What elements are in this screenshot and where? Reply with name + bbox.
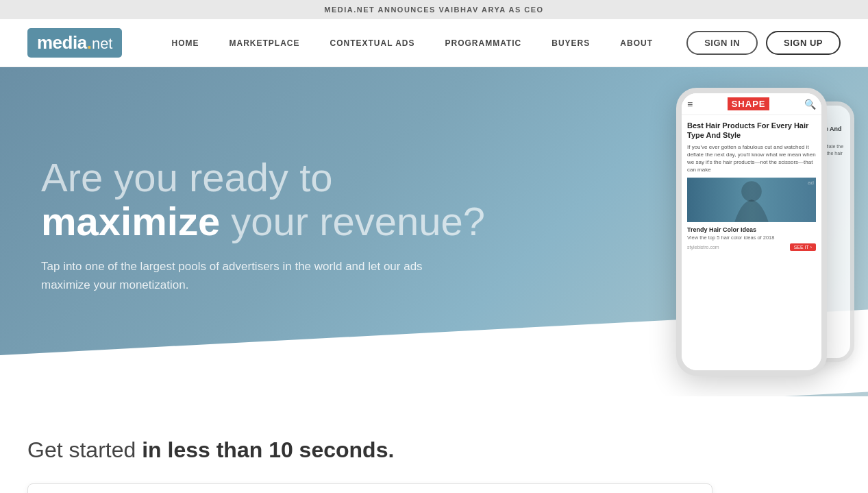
- get-started-title: Get started in less than 10 seconds.: [27, 437, 841, 463]
- phone-article-text: If you've ever gotten a fabulous cut and…: [687, 143, 816, 174]
- signin-button[interactable]: SIGN IN: [686, 31, 758, 55]
- phone-ad-cta-button[interactable]: SEE IT ›: [790, 243, 816, 251]
- ad-image-svg: [687, 178, 816, 222]
- shape-logo-front: SHAPE: [728, 97, 770, 110]
- logo-media: media: [37, 32, 87, 53]
- nav-item-marketplace[interactable]: MARKETPLACE: [214, 38, 314, 48]
- header: media.net HOME MARKETPLACE CONTEXTUAL AD…: [0, 19, 868, 67]
- logo[interactable]: media.net: [27, 28, 122, 58]
- phone-ad-row: stylebistro.com SEE IT ›: [687, 243, 816, 251]
- hero-mockup: SHAPE Best Hair Products For Every Hair …: [539, 81, 868, 396]
- phone-search-icon: 🔍: [804, 99, 816, 110]
- nav-item-contextual-ads[interactable]: CONTEXTUAL ADS: [314, 38, 430, 48]
- phone-ad-image-inner: [687, 178, 816, 222]
- phone-mockup-front: ≡ SHAPE 🔍 Best Hair Products For Every H…: [676, 88, 827, 376]
- signup-button[interactable]: SIGN UP: [766, 31, 841, 55]
- hero-title: Are you ready to maximize your revenue?: [41, 156, 485, 243]
- get-started-section: Get started in less than 10 seconds. +91…: [0, 396, 868, 493]
- hero-section: Are you ready to maximize your revenue? …: [0, 67, 868, 396]
- hamburger-icon: ≡: [687, 99, 693, 110]
- nav-item-about[interactable]: ABOUT: [605, 38, 668, 48]
- main-nav: HOME MARKETPLACE CONTEXTUAL ADS PROGRAMM…: [156, 38, 686, 48]
- phone-article-title: Best Hair Products For Every Hair Type A…: [687, 121, 816, 141]
- nav-item-programmatic[interactable]: PROGRAMMATIC: [430, 38, 537, 48]
- phone-ad-image: ad: [687, 178, 816, 222]
- hero-content: Are you ready to maximize your revenue? …: [41, 156, 485, 294]
- get-started-title-part1: Get started: [27, 437, 136, 462]
- logo-net: net: [92, 35, 113, 52]
- signup-form: +91 GET STARTED: [27, 483, 712, 493]
- ad-label-icon: ad: [808, 180, 814, 186]
- announcement-text: MEDIA.NET ANNOUNCES VAIBHAV ARYA AS CEO: [324, 5, 543, 14]
- hero-title-part1: Are you ready to: [41, 155, 333, 200]
- phone-ad-site: stylebistro.com: [687, 245, 719, 250]
- get-started-title-part2: in less than 10 seconds.: [142, 437, 394, 462]
- phone-ad-subtitle: View the top 5 hair color ideas of 2018: [687, 235, 816, 241]
- announcement-bar: MEDIA.NET ANNOUNCES VAIBHAV ARYA AS CEO: [0, 0, 868, 19]
- nav-item-home[interactable]: HOME: [156, 38, 214, 48]
- svg-point-1: [741, 182, 762, 202]
- hero-title-part2: your revenue?: [231, 199, 485, 243]
- phone-header: ≡ SHAPE 🔍: [682, 93, 821, 115]
- logo-dot: .: [87, 32, 92, 53]
- hero-subtitle: Tap into one of the largest pools of adv…: [41, 257, 425, 294]
- nav-item-buyers[interactable]: BUYERS: [536, 38, 605, 48]
- hero-title-bold: maximize: [41, 199, 220, 243]
- nav-buttons: SIGN IN SIGN UP: [686, 31, 841, 55]
- phone-ad-title: Trendy Hair Color Ideas: [687, 226, 816, 233]
